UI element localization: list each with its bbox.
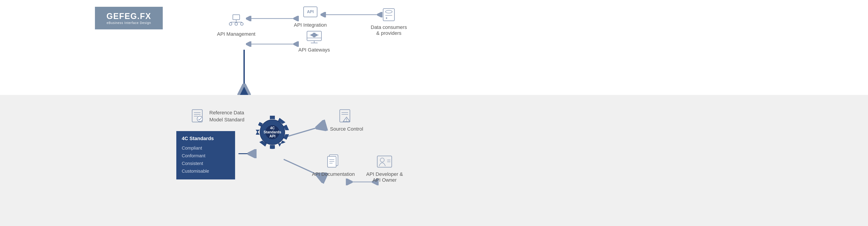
svg-rect-38 xyxy=(340,109,350,122)
source-control-icon xyxy=(338,108,355,124)
standards-list: Compliant Conformant Consistent Customis… xyxy=(182,144,230,175)
data-consumers: Data consumers & providers xyxy=(371,7,407,36)
svg-rect-45 xyxy=(328,156,336,167)
api-management: API Management xyxy=(217,13,255,37)
svg-point-8 xyxy=(235,23,238,25)
api-developer-icon xyxy=(375,154,394,169)
gray-arrows xyxy=(0,95,868,226)
svg-rect-4 xyxy=(233,15,240,20)
data-consumers-icon xyxy=(380,7,398,23)
center-gear: 4C Standards API xyxy=(253,113,291,152)
reference-data-label: Reference Data Model Standard xyxy=(209,109,244,123)
api-documentation-icon xyxy=(324,154,342,169)
logo-subtitle: eBusiness Interface Design xyxy=(107,21,151,25)
api-developer-label: API Developer & API Owner xyxy=(366,171,403,183)
api-documentation-label: API Documentation xyxy=(312,171,355,177)
svg-rect-18 xyxy=(307,31,321,41)
gray-section: Reference Data Model Standard 4C Standar… xyxy=(0,95,868,226)
standards-title: 4C Standards xyxy=(182,136,230,141)
svg-text:Standards: Standards xyxy=(264,130,281,134)
standards-item-conformant: Conformant xyxy=(182,152,230,160)
api-gateways-icon xyxy=(305,29,323,45)
standards-item-consistent: Consistent xyxy=(182,160,230,167)
standards-item-customisable: Customisable xyxy=(182,167,230,175)
svg-point-7 xyxy=(229,23,232,25)
svg-point-43 xyxy=(346,121,347,121)
api-gateways: API Gateways xyxy=(298,29,330,53)
api-documentation: API Documentation xyxy=(312,154,355,177)
api-integration-label: API Integration xyxy=(294,22,327,28)
standards-box: 4C Standards Compliant Conformant Consis… xyxy=(176,131,235,180)
api-developer: API Developer & API Owner xyxy=(366,154,403,183)
svg-point-15 xyxy=(385,10,392,13)
api-integration-icon: API xyxy=(301,4,319,20)
reference-data-icon xyxy=(190,108,206,124)
svg-point-50 xyxy=(380,158,384,162)
data-consumers-label: Data consumers & providers xyxy=(371,24,407,36)
api-gateways-label: API Gateways xyxy=(298,47,330,53)
svg-text:4C: 4C xyxy=(270,126,275,130)
svg-text:API: API xyxy=(307,9,314,14)
logo-container: GEFEG.FX eBusiness Interface Design xyxy=(95,7,163,29)
svg-point-9 xyxy=(241,23,243,25)
standards-item-compliant: Compliant xyxy=(182,144,230,152)
source-control: Source Control xyxy=(330,108,363,132)
api-management-label: API Management xyxy=(217,31,255,37)
reference-data-section: Reference Data Model Standard xyxy=(190,108,244,124)
api-integration: API API Integration xyxy=(294,4,327,28)
svg-point-17 xyxy=(386,18,387,19)
svg-text:API: API xyxy=(270,134,276,138)
api-management-icon xyxy=(227,13,245,29)
gear-icon: 4C Standards API xyxy=(253,113,291,152)
svg-point-32 xyxy=(197,116,203,122)
source-control-label: Source Control xyxy=(330,126,363,132)
logo-title: GEFEG.FX xyxy=(106,11,151,21)
